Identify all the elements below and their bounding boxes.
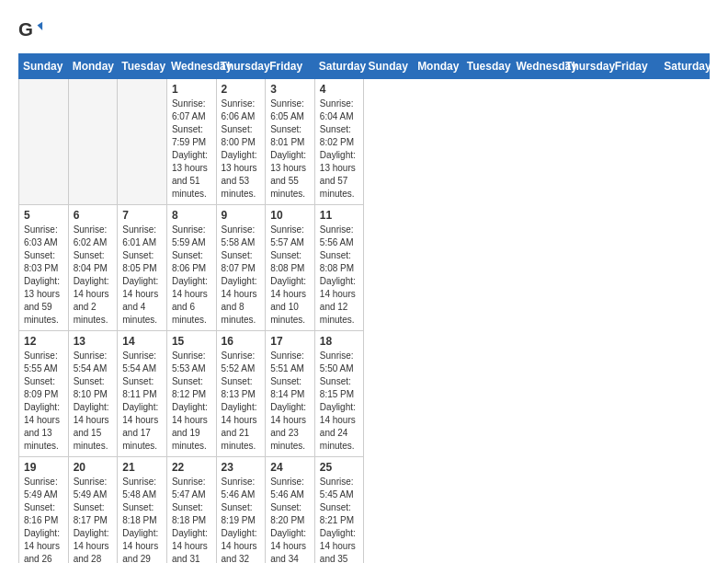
day-info: Sunrise: 5:53 AMSunset: 8:12 PMDaylight:…	[172, 350, 211, 453]
day-info: Sunrise: 6:04 AMSunset: 8:02 PMDaylight:…	[320, 98, 359, 201]
day-info: Sunrise: 5:45 AMSunset: 8:21 PMDaylight:…	[320, 476, 359, 563]
calendar-cell: 13Sunrise: 5:54 AMSunset: 8:10 PMDayligh…	[68, 331, 118, 457]
calendar-cell: 19Sunrise: 5:49 AMSunset: 8:16 PMDayligh…	[19, 457, 69, 564]
calendar-cell: 15Sunrise: 5:53 AMSunset: 8:12 PMDayligh…	[166, 331, 216, 457]
calendar-week-row: 19Sunrise: 5:49 AMSunset: 8:16 PMDayligh…	[19, 457, 710, 564]
day-info: Sunrise: 5:50 AMSunset: 8:15 PMDaylight:…	[320, 350, 359, 453]
day-number: 12	[24, 335, 63, 348]
day-info: Sunrise: 5:54 AMSunset: 8:10 PMDaylight:…	[74, 350, 113, 453]
calendar-cell: 8Sunrise: 5:59 AMSunset: 8:06 PMDaylight…	[166, 205, 216, 331]
day-info: Sunrise: 5:52 AMSunset: 8:13 PMDaylight:…	[222, 350, 261, 453]
day-info: Sunrise: 5:51 AMSunset: 8:14 PMDaylight:…	[270, 350, 310, 453]
calendar-cell: 2Sunrise: 6:06 AMSunset: 8:00 PMDaylight…	[216, 79, 266, 205]
day-info: Sunrise: 5:46 AMSunset: 8:19 PMDaylight:…	[222, 476, 261, 563]
day-info: Sunrise: 6:06 AMSunset: 8:00 PMDaylight:…	[222, 98, 261, 201]
calendar-cell: 21Sunrise: 5:48 AMSunset: 8:18 PMDayligh…	[118, 457, 167, 564]
calendar-cell: 25Sunrise: 5:45 AMSunset: 8:21 PMDayligh…	[314, 457, 364, 564]
day-info: Sunrise: 6:02 AMSunset: 8:04 PMDaylight:…	[74, 224, 113, 327]
day-number: 23	[222, 461, 261, 474]
calendar-cell: 20Sunrise: 5:49 AMSunset: 8:17 PMDayligh…	[68, 457, 118, 564]
day-number: 5	[24, 209, 63, 222]
day-number: 20	[74, 461, 113, 474]
calendar-cell: 9Sunrise: 5:58 AMSunset: 8:07 PMDaylight…	[216, 205, 266, 331]
day-info: Sunrise: 6:05 AMSunset: 8:01 PMDaylight:…	[270, 98, 310, 201]
day-info: Sunrise: 5:59 AMSunset: 8:06 PMDaylight:…	[172, 224, 211, 327]
day-info: Sunrise: 5:46 AMSunset: 8:20 PMDaylight:…	[270, 476, 310, 563]
day-number: 11	[320, 209, 359, 222]
calendar-week-row: 12Sunrise: 5:55 AMSunset: 8:09 PMDayligh…	[19, 331, 710, 457]
calendar-cell: 10Sunrise: 5:57 AMSunset: 8:08 PMDayligh…	[266, 205, 315, 331]
calendar-cell: 1Sunrise: 6:07 AMSunset: 7:59 PMDaylight…	[166, 79, 216, 205]
day-info: Sunrise: 5:47 AMSunset: 8:18 PMDaylight:…	[172, 476, 211, 563]
calendar-cell: 6Sunrise: 6:02 AMSunset: 8:04 PMDaylight…	[68, 205, 118, 331]
calendar-cell	[68, 79, 118, 205]
day-number: 16	[222, 335, 261, 348]
logo-icon: G	[18, 18, 44, 44]
weekday-header: Thursday	[216, 54, 266, 79]
calendar-cell: 12Sunrise: 5:55 AMSunset: 8:09 PMDayligh…	[19, 331, 69, 457]
calendar-cell: 22Sunrise: 5:47 AMSunset: 8:18 PMDayligh…	[166, 457, 216, 564]
day-info: Sunrise: 5:56 AMSunset: 8:08 PMDaylight:…	[320, 224, 359, 327]
weekday-header: Tuesday	[118, 54, 167, 79]
day-info: Sunrise: 6:03 AMSunset: 8:03 PMDaylight:…	[24, 224, 63, 327]
weekday-header-saturday: Saturday	[660, 54, 710, 79]
day-number: 8	[172, 209, 211, 222]
calendar-week-row: 1Sunrise: 6:07 AMSunset: 7:59 PMDaylight…	[19, 79, 710, 205]
day-number: 1	[172, 83, 211, 96]
weekday-header: Friday	[266, 54, 315, 79]
weekday-header-sunday: Sunday	[364, 54, 414, 79]
weekday-header-wednesday: Wednesday	[512, 54, 562, 79]
day-info: Sunrise: 5:49 AMSunset: 8:17 PMDaylight:…	[74, 476, 113, 563]
weekday-header: Sunday	[19, 54, 69, 79]
day-number: 24	[270, 461, 310, 474]
day-number: 22	[172, 461, 211, 474]
calendar-cell: 11Sunrise: 5:56 AMSunset: 8:08 PMDayligh…	[314, 205, 364, 331]
calendar-cell: 5Sunrise: 6:03 AMSunset: 8:03 PMDaylight…	[19, 205, 69, 331]
day-info: Sunrise: 5:55 AMSunset: 8:09 PMDaylight:…	[24, 350, 63, 453]
svg-text:G: G	[18, 18, 33, 40]
calendar-cell: 14Sunrise: 5:54 AMSunset: 8:11 PMDayligh…	[118, 331, 167, 457]
day-info: Sunrise: 5:49 AMSunset: 8:16 PMDaylight:…	[24, 476, 63, 563]
day-number: 4	[320, 83, 359, 96]
weekday-header-tuesday: Tuesday	[462, 54, 512, 79]
day-info: Sunrise: 6:01 AMSunset: 8:05 PMDaylight:…	[122, 224, 162, 327]
calendar-cell: 18Sunrise: 5:50 AMSunset: 8:15 PMDayligh…	[314, 331, 364, 457]
day-number: 9	[222, 209, 261, 222]
day-number: 25	[320, 461, 359, 474]
header-row: SundayMondayTuesdayWednesdayThursdayFrid…	[19, 54, 710, 79]
calendar-cell: 4Sunrise: 6:04 AMSunset: 8:02 PMDaylight…	[314, 79, 364, 205]
calendar-table: SundayMondayTuesdayWednesdayThursdayFrid…	[18, 53, 710, 563]
day-number: 10	[270, 209, 310, 222]
calendar-cell: 17Sunrise: 5:51 AMSunset: 8:14 PMDayligh…	[266, 331, 315, 457]
calendar-cell: 16Sunrise: 5:52 AMSunset: 8:13 PMDayligh…	[216, 331, 266, 457]
day-info: Sunrise: 5:48 AMSunset: 8:18 PMDaylight:…	[122, 476, 162, 563]
day-number: 17	[270, 335, 310, 348]
weekday-header: Saturday	[314, 54, 364, 79]
day-number: 21	[122, 461, 162, 474]
day-number: 15	[172, 335, 211, 348]
day-info: Sunrise: 5:57 AMSunset: 8:08 PMDaylight:…	[270, 224, 310, 327]
weekday-header-thursday: Thursday	[562, 54, 611, 79]
day-number: 14	[122, 335, 162, 348]
calendar-cell	[118, 79, 167, 205]
day-number: 3	[270, 83, 310, 96]
logo: G	[18, 18, 48, 44]
weekday-header: Wednesday	[166, 54, 216, 79]
day-number: 13	[74, 335, 113, 348]
day-number: 6	[74, 209, 113, 222]
page-header: G	[18, 18, 710, 44]
day-number: 7	[122, 209, 162, 222]
calendar-cell	[19, 79, 69, 205]
calendar-cell: 7Sunrise: 6:01 AMSunset: 8:05 PMDaylight…	[118, 205, 167, 331]
day-number: 18	[320, 335, 359, 348]
day-number: 2	[222, 83, 261, 96]
calendar-cell: 23Sunrise: 5:46 AMSunset: 8:19 PMDayligh…	[216, 457, 266, 564]
weekday-header: Monday	[68, 54, 118, 79]
weekday-header-friday: Friday	[610, 54, 660, 79]
day-info: Sunrise: 5:54 AMSunset: 8:11 PMDaylight:…	[122, 350, 162, 453]
weekday-header-monday: Monday	[414, 54, 463, 79]
day-info: Sunrise: 6:07 AMSunset: 7:59 PMDaylight:…	[172, 98, 211, 201]
day-info: Sunrise: 5:58 AMSunset: 8:07 PMDaylight:…	[222, 224, 261, 327]
calendar-cell: 24Sunrise: 5:46 AMSunset: 8:20 PMDayligh…	[266, 457, 315, 564]
calendar-cell: 3Sunrise: 6:05 AMSunset: 8:01 PMDaylight…	[266, 79, 315, 205]
